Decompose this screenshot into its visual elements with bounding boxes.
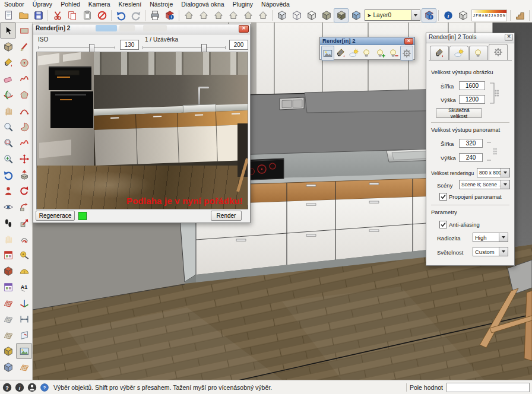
- model-info-button[interactable]: i: [162, 8, 177, 23]
- polygon-tool[interactable]: [16, 87, 32, 103]
- renderin-window-titlebar[interactable]: Render[in] 2 ✕: [33, 24, 250, 34]
- dropdown-arrow-icon[interactable]: [499, 233, 508, 242]
- light-button[interactable]: [360, 46, 373, 61]
- menu-item-2[interactable]: Pohled: [56, 1, 84, 8]
- link-panoramas-checkbox[interactable]: [439, 193, 447, 201]
- material-editor-button[interactable]: [334, 46, 347, 61]
- style-shaded-button[interactable]: [319, 8, 334, 23]
- entity-info-button[interactable]: i: [441, 8, 455, 23]
- push-pull-tool[interactable]: [16, 167, 32, 183]
- freehand-tool[interactable]: [16, 71, 32, 87]
- menu-item-1[interactable]: Úpravy: [28, 1, 56, 8]
- add-light-button[interactable]: [374, 46, 387, 61]
- measurements-input[interactable]: [446, 383, 530, 392]
- offset-tool[interactable]: [16, 231, 32, 247]
- redo-button[interactable]: [128, 8, 143, 23]
- select-tool[interactable]: [0, 23, 16, 39]
- sandbox-drape-tool[interactable]: [16, 359, 32, 375]
- actual-size-button[interactable]: Skutečná velikost: [436, 108, 482, 118]
- arc-tool[interactable]: [16, 103, 32, 119]
- hide-button[interactable]: [455, 8, 470, 23]
- menu-item-5[interactable]: Nástroje: [145, 1, 177, 8]
- view-top-button[interactable]: [196, 8, 211, 23]
- regenerate-button[interactable]: Regenerace: [36, 211, 75, 221]
- menu-item-7[interactable]: Pluginy: [229, 1, 257, 8]
- smoove-tool[interactable]: [0, 327, 16, 343]
- sandbox-from-contours-tool[interactable]: [0, 295, 16, 311]
- make-component-tool[interactable]: [0, 39, 16, 55]
- dropdown-arrow-icon[interactable]: [411, 10, 420, 20]
- cut-button[interactable]: [50, 8, 65, 23]
- style-shaded-textures-button[interactable]: [334, 8, 349, 23]
- copy-button[interactable]: [65, 8, 80, 23]
- box-yellow-component[interactable]: [0, 343, 16, 359]
- protractor-tool[interactable]: [16, 263, 32, 279]
- paste-button[interactable]: [80, 8, 94, 23]
- view-back-button[interactable]: [240, 8, 255, 23]
- tools-panel-close-button[interactable]: ✕: [505, 34, 513, 41]
- layer-combo[interactable]: ➤Layer0: [365, 9, 420, 21]
- style-xray-button[interactable]: [274, 8, 289, 23]
- axes-tool[interactable]: [16, 295, 32, 311]
- view-front-button[interactable]: [211, 8, 226, 23]
- radiosity-select[interactable]: High: [473, 233, 508, 242]
- position-camera-tool[interactable]: [0, 183, 16, 199]
- render-button[interactable]: Render: [211, 211, 242, 221]
- settings-button[interactable]: [400, 46, 413, 61]
- antialias-checkbox[interactable]: [439, 221, 447, 228]
- section-plane-tool[interactable]: [16, 327, 32, 343]
- render-view-button[interactable]: [321, 46, 334, 61]
- components-browser[interactable]: [0, 263, 16, 279]
- box-blue-component[interactable]: [0, 359, 16, 375]
- open-button[interactable]: [16, 8, 31, 23]
- pointer-hand-tool[interactable]: [0, 231, 16, 247]
- view-left-button[interactable]: [255, 8, 270, 23]
- bezier-tool[interactable]: [16, 135, 32, 151]
- tab-environment[interactable]: [449, 46, 468, 60]
- shutter-value[interactable]: 200: [229, 40, 248, 50]
- view-iso-button[interactable]: [181, 8, 196, 23]
- renderin-window-close-button[interactable]: ✕: [239, 25, 249, 33]
- status-user-icon[interactable]: [27, 382, 37, 393]
- dimension-tool[interactable]: [16, 311, 32, 327]
- remove-light-button[interactable]: [387, 46, 400, 61]
- view-right-button[interactable]: [226, 8, 240, 23]
- dropdown-arrow-icon[interactable]: [499, 247, 508, 256]
- pie-tool[interactable]: [16, 119, 32, 135]
- menu-item-3[interactable]: Kamera: [84, 1, 115, 8]
- menu-item-8[interactable]: Nápověda: [257, 1, 294, 8]
- style-hiddenline-button[interactable]: [304, 8, 319, 23]
- rectangle-tool[interactable]: [16, 23, 32, 39]
- text-tool[interactable]: A1: [16, 279, 32, 295]
- print-button[interactable]: [147, 8, 162, 23]
- layer-manager-button[interactable]: i: [422, 8, 436, 23]
- scenes-select[interactable]: Scene 8; Scene ...: [459, 180, 510, 189]
- status-credit-icon[interactable]: ?: [2, 382, 12, 393]
- menu-item-4[interactable]: Kreslení: [115, 1, 146, 8]
- link-dimensions-icon[interactable]: [488, 81, 499, 106]
- move-tool[interactable]: [16, 151, 32, 167]
- tab-lights[interactable]: [469, 46, 488, 60]
- image-width-input[interactable]: [459, 81, 485, 90]
- link-pano-dimensions-icon[interactable]: [486, 139, 499, 164]
- tab-settings[interactable]: [489, 44, 508, 60]
- tape-measure-tool[interactable]: [16, 247, 32, 263]
- iso-value[interactable]: 130: [120, 40, 139, 50]
- style-wireframe-button[interactable]: [289, 8, 304, 23]
- rotate-tool[interactable]: [16, 183, 32, 199]
- tools-panel-titlebar[interactable]: Render[in] 2 Tools ✕: [426, 33, 514, 43]
- menu-item-0[interactable]: Soubor: [0, 1, 28, 8]
- stairs-tool-button[interactable]: [512, 8, 527, 23]
- shadow-date-slider[interactable]: JFMAMJJASON: [471, 9, 507, 21]
- orbit-tool[interactable]: [0, 87, 16, 103]
- undo-button[interactable]: [113, 8, 128, 23]
- menu-item-6[interactable]: Dialogová okna: [177, 1, 228, 8]
- paint-bucket-tool[interactable]: [0, 55, 16, 71]
- pan-tool[interactable]: [0, 103, 16, 119]
- zoom-window-tool[interactable]: [0, 135, 16, 151]
- eraser-tool[interactable]: [0, 71, 16, 87]
- renderin-toolbar-close-button[interactable]: ✕: [404, 38, 413, 45]
- styles-browser[interactable]: [0, 279, 16, 295]
- style-monochrome-button[interactable]: [349, 8, 363, 23]
- tab-materials[interactable]: [430, 46, 449, 60]
